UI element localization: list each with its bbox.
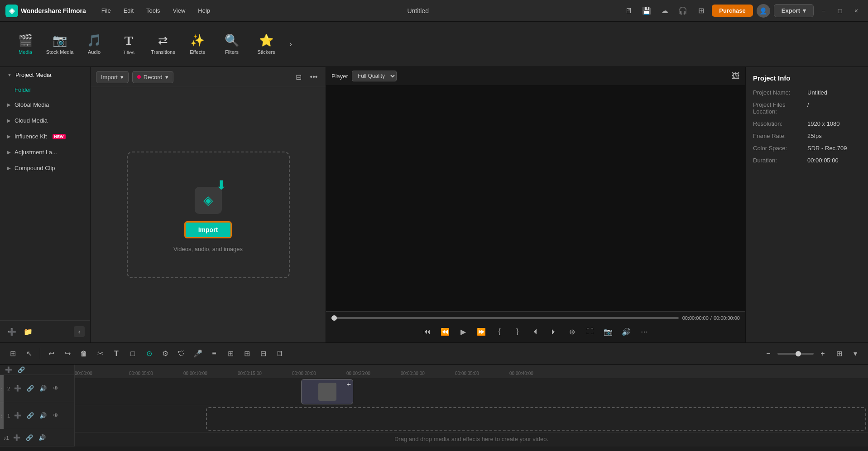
next-marker-btn[interactable]: ⏵ [547,324,561,339]
monitor-icon[interactable]: 🖥 [621,4,636,18]
export-button[interactable]: Export ▾ [774,4,814,17]
add-media-btn[interactable]: ➕ [5,325,18,338]
export-dropdown-icon[interactable]: ▾ [803,7,806,14]
menu-tools[interactable]: Tools [142,5,164,16]
tool-stickers[interactable]: ⭐ Stickers [250,26,283,63]
tool-stock-media[interactable]: 📷 Stock Media [43,26,76,63]
menu-help[interactable]: Help [193,5,215,16]
menu-edit[interactable]: Edit [119,5,138,16]
sidebar-item-cloud-media[interactable]: ▶ Cloud Media [0,113,90,128]
zoom-out-btn[interactable]: − [761,347,776,361]
tool-titles[interactable]: T Titles [112,26,145,63]
sidebar-folder[interactable]: Folder [0,83,90,97]
rewind-btn[interactable]: ⏮ [420,324,434,339]
sidebar-item-project-media[interactable]: ▼ Project Media [0,67,90,83]
preview-image-btn[interactable]: 🖼 [732,71,740,81]
video2-add-btn[interactable]: ➕ [13,384,23,394]
video1-drop-zone[interactable] [206,407,866,431]
timeline-slider[interactable] [331,317,679,319]
video1-link-btn[interactable]: 🔗 [25,411,35,421]
folder-btn[interactable]: 📁 [22,325,34,338]
sidebar-item-influence-kit[interactable]: ▶ Influence Kit NEW [0,128,90,144]
delete-btn[interactable]: 🗑 [77,347,91,361]
headset-icon[interactable]: 🎧 [676,4,690,18]
record-button[interactable]: Record ▾ [132,71,173,83]
crop-tool[interactable]: □ [125,347,140,361]
purchase-button[interactable]: Purchase [712,5,753,17]
save-icon[interactable]: 💾 [639,4,654,18]
video1-add-btn[interactable]: ➕ [13,411,23,421]
minimize-button[interactable]: − [817,5,830,17]
fullscreen-btn[interactable]: ⛶ [583,324,597,339]
snapshot-btn[interactable]: 📷 [601,324,615,339]
timeline-cursor-tool[interactable]: ↖ [22,347,36,361]
timeline-thumb[interactable] [331,315,337,321]
layout-icon[interactable]: ⊞ [694,4,708,18]
sidebar-item-compound-clip[interactable]: ▶ Compound Clip [0,160,90,176]
audio1-link-btn[interactable]: 🔗 [24,433,34,443]
mark-in-btn[interactable]: { [492,324,507,339]
audio1-volume-btn[interactable]: 🔊 [37,433,47,443]
sidebar-item-global-media[interactable]: ▶ Global Media [0,97,90,113]
screen-tool[interactable]: 🖥 [272,347,287,361]
video2-volume-btn[interactable]: 🔊 [38,384,48,394]
import-button[interactable]: Import ▾ [96,71,129,83]
zoom-thumb[interactable] [796,351,801,356]
more-options-icon[interactable]: ••• [307,71,320,83]
link-track-btn[interactable]: 🔗 [16,365,26,375]
align-tool[interactable]: ≡ [207,347,221,361]
step-back-btn[interactable]: ⏪ [438,324,452,339]
toolbar-more[interactable]: › [284,26,297,63]
quality-select[interactable]: Full Quality 1/2 Quality 1/4 Quality [352,71,397,81]
mark-out-btn[interactable]: } [510,324,525,339]
maximize-button[interactable]: □ [834,5,846,17]
preview-timeline-bar[interactable]: 00:00:00:00 / 00:00:00:00 [331,315,740,321]
video1-visibility-btn[interactable]: 👁 [51,411,61,421]
user-avatar[interactable]: 👤 [757,4,770,18]
sidebar-item-adjustment-layer[interactable]: ▶ Adjustment La... [0,144,90,160]
effect-tool[interactable]: ⊙ [142,347,156,361]
prev-marker-btn[interactable]: ⏴ [528,324,543,339]
split-btn[interactable]: ✂ [93,347,107,361]
overlay-tool[interactable]: ⊞ [240,347,254,361]
video1-volume-btn[interactable]: 🔊 [38,411,48,421]
video2-visibility-btn[interactable]: 👁 [51,384,61,394]
video2-link-btn[interactable]: 🔗 [25,384,35,394]
volume-btn[interactable]: 🔊 [619,324,633,339]
add-track-btn[interactable]: ➕ [4,365,14,375]
menu-file[interactable]: File [97,5,115,16]
layout-dropdown-btn[interactable]: ▾ [848,347,863,361]
collapse-sidebar-btn[interactable]: ‹ [74,326,85,337]
close-button[interactable]: × [850,5,863,17]
zoom-in-btn[interactable]: + [815,347,830,361]
play-btn[interactable]: ▶ [456,324,470,339]
menu-view[interactable]: View [168,5,190,16]
tool-effects[interactable]: ✨ Effects [181,26,214,63]
import-drop-area[interactable]: ◈ ⬇ Import Videos, audio, and images [127,152,290,278]
settings-tool[interactable]: ⚙ [158,347,173,361]
tool-transitions[interactable]: ⇄ Transitions [147,26,179,63]
zoom-slider[interactable] [777,353,814,355]
step-forward-btn[interactable]: ⏩ [474,324,489,339]
timeline-select-tool[interactable]: ⊞ [5,347,20,361]
more-controls-btn[interactable]: ⋯ [637,324,652,339]
add-marker-btn[interactable]: ⊕ [565,324,579,339]
redo-btn[interactable]: ↪ [60,347,75,361]
undo-btn[interactable]: ↩ [44,347,58,361]
shield-tool[interactable]: 🛡 [174,347,189,361]
drag-clip[interactable]: + [301,379,353,404]
track-drag-handle[interactable]: ⋮ [0,386,4,391]
mic-tool[interactable]: 🎤 [191,347,205,361]
track-drag-handle-v1[interactable]: ⋮ [0,413,4,418]
tool-filters[interactable]: 🔍 Filters [216,26,248,63]
filter-sort-icon[interactable]: ⊟ [292,71,305,83]
tool-audio[interactable]: 🎵 Audio [78,26,110,63]
split2-tool[interactable]: ⊞ [223,347,238,361]
import-media-button[interactable]: Import [184,221,232,238]
layout-toggle-btn[interactable]: ⊞ [832,347,846,361]
audio1-add-btn[interactable]: ➕ [12,433,22,443]
cloud-upload-icon[interactable]: ☁ [657,4,672,18]
text-tool[interactable]: T [109,347,124,361]
tool-media[interactable]: 🎬 Media [9,26,42,63]
speed-tool[interactable]: ⊟ [256,347,270,361]
